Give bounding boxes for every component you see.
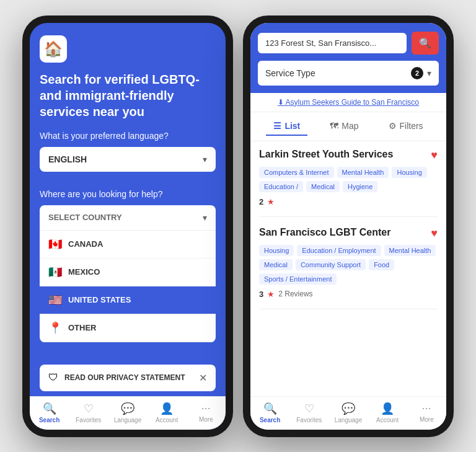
tag-mental-health: Mental Health <box>337 167 389 178</box>
right-bottom-nav: 🔍 Search ♡ Favorites 💬 Language 👤 Accoun… <box>250 396 446 430</box>
list-icon: ☰ <box>273 121 281 131</box>
nav-search[interactable]: 🔍 Search <box>34 402 65 423</box>
star-icon-sf-lgbt: ★ <box>267 290 275 299</box>
map-tab-label: Map <box>342 121 358 131</box>
tag-education: Education / <box>259 181 303 192</box>
more-nav-label: More <box>199 416 213 423</box>
country-chevron-icon: ▾ <box>203 213 207 223</box>
mexico-label: MEXICO <box>68 267 100 277</box>
nav-more[interactable]: ··· More <box>190 402 221 423</box>
result-card-sf-lgbt: San Francisco LGBT Center ♥ Housing Educ… <box>259 227 438 309</box>
canada-flag-icon: 🇨🇦 <box>48 237 62 251</box>
language-label: What is your preferred language? <box>40 131 216 141</box>
right-nav-more[interactable]: ··· More <box>411 402 442 423</box>
tag-mental-health-2: Mental Health <box>384 245 436 256</box>
result-title-larkin: Larkin Street Youth Services <box>259 149 393 160</box>
result-header-sf-lgbt: San Francisco LGBT Center ♥ <box>259 227 438 240</box>
account-icon: 👤 <box>160 402 174 415</box>
country-dropdown: SELECT COUNTRY ▾ 🇨🇦 CANADA 🇲🇽 MEXICO 🇺🇸 … <box>40 205 216 342</box>
right-nav-favorites[interactable]: ♡ Favorites <box>294 402 325 423</box>
result-title-sf-lgbt: San Francisco LGBT Center <box>259 227 391 238</box>
nav-account[interactable]: 👤 Account <box>151 402 182 423</box>
country-item-other[interactable]: 📍 OTHER <box>40 314 216 342</box>
rating-row-sf-lgbt: 3 ★ 2 Reviews <box>259 290 438 299</box>
favorites-nav-label: Favorites <box>76 417 101 423</box>
rating-row-larkin: 2 ★ <box>259 197 438 206</box>
left-bottom-nav: 🔍 Search ♡ Favorites 💬 Language 👤 Accoun… <box>30 396 226 430</box>
search-button[interactable]: 🔍 <box>412 32 439 55</box>
other-icon: 📍 <box>48 321 62 335</box>
language-value: ENGLISH <box>48 154 87 164</box>
country-select-label: SELECT COUNTRY <box>48 213 122 222</box>
nav-favorites[interactable]: ♡ Favorites <box>73 402 104 423</box>
country-item-mexico[interactable]: 🇲🇽 MEXICO <box>40 259 216 286</box>
favorite-button-larkin[interactable]: ♥ <box>431 149 438 162</box>
favorite-button-sf-lgbt[interactable]: ♥ <box>431 227 438 240</box>
other-label: OTHER <box>68 323 97 332</box>
more-icon: ··· <box>201 402 211 415</box>
tag-sports: Sports / Entertainment <box>259 273 337 285</box>
right-more-label: More <box>420 416 434 423</box>
phones-container: 🏠 Search for verified LGBTQ- and immigra… <box>22 16 454 437</box>
country-header[interactable]: SELECT COUNTRY ▾ <box>40 205 216 231</box>
where-label: Where are you looking for help? <box>40 189 216 199</box>
right-phone: 123 Forest St, San Fransisco... 🔍 Servic… <box>243 16 454 437</box>
right-language-icon: 💬 <box>342 402 355 415</box>
nav-language[interactable]: 💬 Language <box>112 402 143 423</box>
search-icon: 🔍 <box>43 402 56 415</box>
tag-medical: Medical <box>306 181 340 192</box>
service-count-badge: 2 <box>411 67 423 79</box>
right-nav-account[interactable]: 👤 Account <box>372 402 403 423</box>
tab-filters[interactable]: ⚙ Filters <box>381 117 431 136</box>
privacy-bar[interactable]: 🛡 READ OUR PRIVACY STATEMENT ✕ <box>40 365 216 391</box>
chevron-down-icon: ▾ <box>203 154 207 164</box>
tag-medical-2: Medical <box>259 259 293 270</box>
privacy-icon: 🛡 <box>48 372 58 383</box>
right-nav-language[interactable]: 💬 Language <box>333 402 364 423</box>
rating-larkin: 2 <box>259 197 263 206</box>
country-item-canada[interactable]: 🇨🇦 CANADA <box>40 231 216 259</box>
logo-icon: 🏠 <box>44 40 63 58</box>
close-icon[interactable]: ✕ <box>199 372 207 384</box>
search-nav-label: Search <box>39 417 60 423</box>
favorites-icon: ♡ <box>84 402 94 415</box>
right-search-icon: 🔍 <box>263 402 277 415</box>
tag-computers: Computers & Internet <box>259 167 334 178</box>
left-content: Where are you looking for help? SELECT C… <box>30 189 226 362</box>
right-language-label: Language <box>335 417 363 423</box>
search-input[interactable]: 123 Forest St, San Fransisco... <box>258 33 407 53</box>
tag-community: Community Support <box>296 259 366 270</box>
app-logo: 🏠 <box>40 35 67 63</box>
service-type-dropdown[interactable]: Service Type 2 ▾ <box>258 61 439 86</box>
right-screen: 123 Forest St, San Fransisco... 🔍 Servic… <box>250 23 446 430</box>
tab-map[interactable]: 🗺 Map <box>322 117 366 136</box>
search-bar: 123 Forest St, San Fransisco... 🔍 <box>250 23 446 61</box>
filters-icon: ⚙ <box>389 121 397 131</box>
language-dropdown[interactable]: ENGLISH ▾ <box>40 147 216 172</box>
asylum-link[interactable]: ⬇ Asylum Seekers Guide to San Francisco <box>250 93 446 112</box>
reviews-sf-lgbt: 2 Reviews <box>278 290 312 298</box>
results-list: Larkin Street Youth Services ♥ Computers… <box>250 141 446 396</box>
tag-housing-2: Housing <box>259 245 294 256</box>
tab-list[interactable]: ☰ List <box>266 117 307 136</box>
right-more-icon: ··· <box>422 402 431 415</box>
right-search-label: Search <box>260 417 280 423</box>
country-item-us[interactable]: 🇺🇸 UNITED STATES <box>40 286 216 314</box>
mexico-flag-icon: 🇲🇽 <box>48 265 62 279</box>
us-label: UNITED STATES <box>68 295 131 304</box>
left-screen: 🏠 Search for verified LGBTQ- and immigra… <box>30 23 226 430</box>
right-nav-search[interactable]: 🔍 Search <box>255 402 286 423</box>
tags-sf-lgbt: Housing Education / Employment Mental He… <box>259 245 438 285</box>
us-flag-icon: 🇺🇸 <box>48 293 62 307</box>
service-chevron-icon: ▾ <box>427 68 431 78</box>
tags-larkin: Computers & Internet Mental Health Housi… <box>259 167 438 192</box>
tag-food: Food <box>369 259 394 270</box>
service-type-bar: Service Type 2 ▾ <box>250 61 446 93</box>
rating-sf-lgbt: 3 <box>259 290 263 299</box>
left-phone: 🏠 Search for verified LGBTQ- and immigra… <box>22 16 233 437</box>
service-badge-wrap: 2 ▾ <box>411 67 431 79</box>
right-favorites-icon: ♡ <box>304 402 314 415</box>
right-favorites-label: Favorites <box>296 417 322 423</box>
filters-tab-label: Filters <box>400 121 423 131</box>
tag-housing: Housing <box>392 167 426 178</box>
